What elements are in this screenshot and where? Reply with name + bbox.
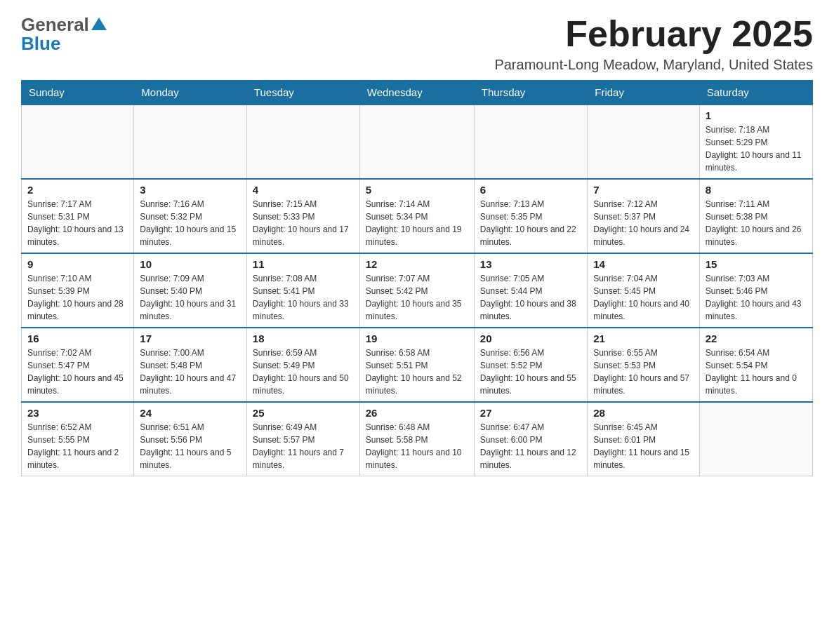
day-info: Sunrise: 7:03 AM Sunset: 5:46 PM Dayligh… — [706, 272, 807, 323]
day-number: 6 — [480, 184, 581, 196]
day-info: Sunrise: 6:58 AM Sunset: 5:51 PM Dayligh… — [366, 347, 468, 397]
day-number: 27 — [480, 407, 581, 419]
day-info: Sunrise: 7:14 AM Sunset: 5:34 PM Dayligh… — [366, 198, 468, 248]
page-header: General Blue February 2025 Paramount-Lon… — [21, 14, 813, 73]
day-info: Sunrise: 6:48 AM Sunset: 5:58 PM Dayligh… — [366, 421, 468, 471]
day-number: 3 — [140, 184, 241, 196]
table-row — [359, 105, 474, 179]
header-wednesday: Wednesday — [359, 81, 474, 105]
table-row: 8Sunrise: 7:11 AM Sunset: 5:38 PM Daylig… — [699, 179, 812, 253]
logo-triangle-icon — [91, 18, 107, 33]
header-sunday: Sunday — [22, 81, 134, 105]
logo-blue-text: Blue — [21, 33, 107, 55]
day-info: Sunrise: 7:16 AM Sunset: 5:32 PM Dayligh… — [140, 198, 241, 248]
table-row: 18Sunrise: 6:59 AM Sunset: 5:49 PM Dayli… — [246, 328, 359, 402]
weekday-header-row: Sunday Monday Tuesday Wednesday Thursday… — [22, 81, 813, 105]
day-info: Sunrise: 7:05 AM Sunset: 5:44 PM Dayligh… — [480, 272, 581, 323]
month-title: February 2025 — [494, 14, 813, 54]
day-number: 12 — [366, 258, 468, 270]
day-number: 5 — [366, 184, 468, 196]
table-row: 14Sunrise: 7:04 AM Sunset: 5:45 PM Dayli… — [588, 253, 699, 328]
day-info: Sunrise: 6:51 AM Sunset: 5:56 PM Dayligh… — [140, 421, 241, 471]
table-row: 22Sunrise: 6:54 AM Sunset: 5:54 PM Dayli… — [699, 328, 812, 402]
table-row — [699, 402, 812, 476]
day-number: 20 — [480, 333, 581, 344]
day-info: Sunrise: 7:10 AM Sunset: 5:39 PM Dayligh… — [27, 272, 128, 323]
day-number: 25 — [253, 407, 354, 419]
day-info: Sunrise: 7:15 AM Sunset: 5:33 PM Dayligh… — [253, 198, 354, 248]
day-number: 9 — [27, 258, 128, 270]
table-row: 7Sunrise: 7:12 AM Sunset: 5:37 PM Daylig… — [588, 179, 699, 253]
table-row — [588, 105, 699, 179]
day-number: 24 — [140, 407, 241, 419]
day-number: 22 — [706, 333, 807, 344]
table-row: 9Sunrise: 7:10 AM Sunset: 5:39 PM Daylig… — [22, 253, 134, 328]
day-number: 2 — [27, 184, 128, 196]
day-number: 17 — [140, 333, 241, 344]
day-info: Sunrise: 7:02 AM Sunset: 5:47 PM Dayligh… — [27, 347, 128, 397]
header-monday: Monday — [134, 81, 247, 105]
title-section: February 2025 Paramount-Long Meadow, Mar… — [494, 14, 813, 73]
day-info: Sunrise: 6:45 AM Sunset: 6:01 PM Dayligh… — [593, 421, 693, 471]
day-number: 16 — [27, 333, 128, 344]
table-row: 3Sunrise: 7:16 AM Sunset: 5:32 PM Daylig… — [134, 179, 247, 253]
table-row: 15Sunrise: 7:03 AM Sunset: 5:46 PM Dayli… — [699, 253, 812, 328]
table-row: 26Sunrise: 6:48 AM Sunset: 5:58 PM Dayli… — [359, 402, 474, 476]
day-number: 21 — [593, 333, 693, 344]
day-info: Sunrise: 7:08 AM Sunset: 5:41 PM Dayligh… — [253, 272, 354, 323]
day-info: Sunrise: 7:04 AM Sunset: 5:45 PM Dayligh… — [593, 272, 693, 323]
calendar-week-row: 16Sunrise: 7:02 AM Sunset: 5:47 PM Dayli… — [22, 328, 813, 402]
day-info: Sunrise: 6:59 AM Sunset: 5:49 PM Dayligh… — [253, 347, 354, 397]
day-number: 19 — [366, 333, 468, 344]
svg-marker-0 — [91, 18, 107, 30]
table-row: 11Sunrise: 7:08 AM Sunset: 5:41 PM Dayli… — [246, 253, 359, 328]
table-row: 28Sunrise: 6:45 AM Sunset: 6:01 PM Dayli… — [588, 402, 699, 476]
table-row: 24Sunrise: 6:51 AM Sunset: 5:56 PM Dayli… — [134, 402, 247, 476]
day-number: 11 — [253, 258, 354, 270]
calendar-table: Sunday Monday Tuesday Wednesday Thursday… — [21, 80, 813, 476]
day-info: Sunrise: 7:00 AM Sunset: 5:48 PM Dayligh… — [140, 347, 241, 397]
header-thursday: Thursday — [474, 81, 587, 105]
table-row: 17Sunrise: 7:00 AM Sunset: 5:48 PM Dayli… — [134, 328, 247, 402]
day-info: Sunrise: 7:18 AM Sunset: 5:29 PM Dayligh… — [706, 123, 807, 174]
day-info: Sunrise: 6:52 AM Sunset: 5:55 PM Dayligh… — [27, 421, 128, 471]
table-row: 16Sunrise: 7:02 AM Sunset: 5:47 PM Dayli… — [22, 328, 134, 402]
day-number: 7 — [593, 184, 693, 196]
table-row: 21Sunrise: 6:55 AM Sunset: 5:53 PM Dayli… — [588, 328, 699, 402]
day-number: 15 — [706, 258, 807, 270]
day-info: Sunrise: 6:47 AM Sunset: 6:00 PM Dayligh… — [480, 421, 581, 471]
day-info: Sunrise: 6:49 AM Sunset: 5:57 PM Dayligh… — [253, 421, 354, 471]
day-number: 14 — [593, 258, 693, 270]
table-row: 19Sunrise: 6:58 AM Sunset: 5:51 PM Dayli… — [359, 328, 474, 402]
calendar-week-row: 9Sunrise: 7:10 AM Sunset: 5:39 PM Daylig… — [22, 253, 813, 328]
table-row: 5Sunrise: 7:14 AM Sunset: 5:34 PM Daylig… — [359, 179, 474, 253]
day-info: Sunrise: 7:13 AM Sunset: 5:35 PM Dayligh… — [480, 198, 581, 248]
day-number: 26 — [366, 407, 468, 419]
day-number: 10 — [140, 258, 241, 270]
day-number: 23 — [27, 407, 128, 419]
table-row: 20Sunrise: 6:56 AM Sunset: 5:52 PM Dayli… — [474, 328, 587, 402]
header-saturday: Saturday — [699, 81, 812, 105]
calendar-week-row: 1Sunrise: 7:18 AM Sunset: 5:29 PM Daylig… — [22, 105, 813, 179]
location-title: Paramount-Long Meadow, Maryland, United … — [494, 57, 813, 73]
day-info: Sunrise: 7:09 AM Sunset: 5:40 PM Dayligh… — [140, 272, 241, 323]
table-row: 6Sunrise: 7:13 AM Sunset: 5:35 PM Daylig… — [474, 179, 587, 253]
day-number: 8 — [706, 184, 807, 196]
day-number: 1 — [706, 109, 807, 121]
logo: General Blue — [21, 14, 107, 55]
day-number: 18 — [253, 333, 354, 344]
table-row: 25Sunrise: 6:49 AM Sunset: 5:57 PM Dayli… — [246, 402, 359, 476]
table-row — [246, 105, 359, 179]
table-row: 13Sunrise: 7:05 AM Sunset: 5:44 PM Dayli… — [474, 253, 587, 328]
header-friday: Friday — [588, 81, 699, 105]
table-row — [134, 105, 247, 179]
table-row: 23Sunrise: 6:52 AM Sunset: 5:55 PM Dayli… — [22, 402, 134, 476]
table-row — [474, 105, 587, 179]
day-number: 13 — [480, 258, 581, 270]
table-row: 27Sunrise: 6:47 AM Sunset: 6:00 PM Dayli… — [474, 402, 587, 476]
table-row — [22, 105, 134, 179]
calendar-week-row: 23Sunrise: 6:52 AM Sunset: 5:55 PM Dayli… — [22, 402, 813, 476]
day-info: Sunrise: 6:55 AM Sunset: 5:53 PM Dayligh… — [593, 347, 693, 397]
day-info: Sunrise: 6:54 AM Sunset: 5:54 PM Dayligh… — [706, 347, 807, 397]
table-row: 1Sunrise: 7:18 AM Sunset: 5:29 PM Daylig… — [699, 105, 812, 179]
